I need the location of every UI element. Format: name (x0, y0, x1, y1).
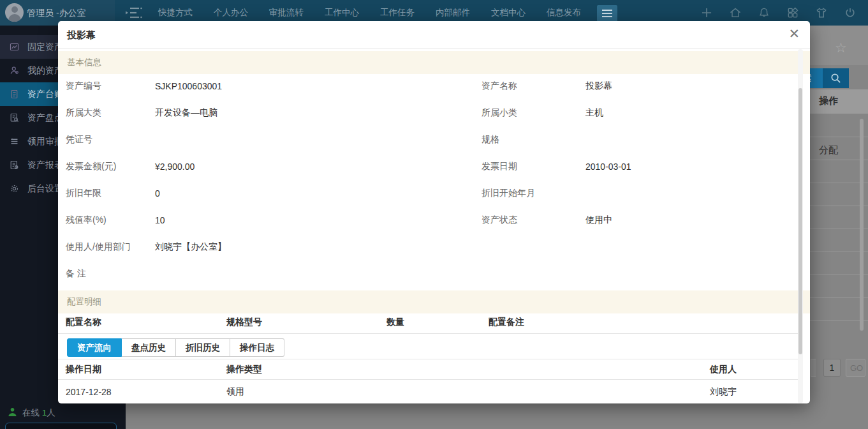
field-row-3: 凭证号规格 (58, 126, 810, 153)
operation-column-header: 操作 (819, 95, 838, 107)
field-value: 0 (155, 188, 160, 199)
field-pair: 所属大类开发设备—电脑 (66, 100, 217, 126)
online-user-icon (8, 407, 17, 419)
chart-icon (9, 41, 20, 52)
section-config-detail: 配置明细 (58, 290, 810, 313)
field-row-5: 折旧年限0折旧开始年月 (58, 180, 810, 207)
user-icon (9, 65, 20, 76)
go-button[interactable]: GO (846, 359, 865, 377)
field-row-7: 使用人/使用部门刘晓宇【办公室】 (58, 234, 810, 260)
flow-cell-2: 领用 (226, 386, 244, 398)
field-label: 规格 (482, 134, 585, 146)
field-label: 发票日期 (482, 161, 585, 172)
avatar[interactable] (5, 3, 24, 22)
flow-col-header-2: 操作类型 (226, 364, 262, 375)
field-label: 资产编号 (66, 80, 155, 92)
asset-detail-modal: 投影幕 ✕ 基本信息 资产编号SJKP100603001资产名称投影幕所属大类开… (58, 21, 810, 403)
basic-info-fields: 资产编号SJKP100603001资产名称投影幕所属大类开发设备—电脑所属小类主… (58, 73, 810, 287)
field-label: 凭证号 (66, 134, 155, 146)
field-pair: 凭证号 (66, 126, 155, 153)
field-value: 2010-03-01 (585, 162, 631, 172)
apps-icon[interactable] (786, 6, 799, 19)
nav-item-3[interactable]: 审批流转 (269, 7, 304, 19)
field-pair: 使用人/使用部门刘晓宇【办公室】 (66, 234, 226, 260)
inventory-icon (9, 112, 20, 123)
field-value: 刘晓宇【办公室】 (155, 241, 226, 253)
nav-item-6[interactable]: 内部邮件 (436, 7, 470, 19)
section-basic-info: 基本信息 (58, 51, 810, 74)
page-number-input[interactable] (823, 359, 841, 377)
modal-scrollbar-thumb[interactable] (798, 88, 802, 354)
field-row-2: 所属大类开发设备—电脑所属小类主机 (58, 100, 810, 126)
approval-icon (9, 136, 20, 147)
field-value: SJKP100603001 (155, 81, 222, 91)
config-col-header-4: 配置备注 (489, 317, 524, 328)
nav-item-4[interactable]: 工作中心 (325, 7, 359, 19)
nav-item-1[interactable]: 快捷方式 (158, 7, 193, 19)
theme-icon[interactable] (815, 6, 828, 19)
tab-1[interactable]: 资产流向 (67, 338, 122, 357)
field-label: 使用人/使用部门 (66, 241, 155, 253)
field-pair: 发票金额(元)¥2,900.00 (66, 153, 195, 180)
field-pair: 所属小类主机 (482, 100, 603, 126)
ledger-icon (9, 89, 20, 100)
field-row-8: 备 注 (58, 260, 810, 287)
page-table-scrollbar[interactable] (860, 119, 864, 331)
nav-item-2[interactable]: 个人办公 (214, 7, 248, 19)
field-value: 10 (155, 215, 165, 225)
more-menu-button[interactable] (597, 5, 617, 22)
report-icon (9, 160, 20, 170)
field-value: ¥2,900.00 (155, 162, 195, 172)
close-icon[interactable]: ✕ (788, 27, 800, 41)
field-row-6: 残值率(%)10资产状态使用中 (58, 207, 810, 234)
page-search-icon-button[interactable] (823, 68, 849, 88)
online-status: 在线 1人 (8, 407, 55, 419)
field-pair: 资产编号SJKP100603001 (66, 73, 222, 100)
plus-icon[interactable] (700, 6, 713, 19)
field-value: 主机 (585, 107, 603, 119)
flow-table-row: 2017-12-28领用刘晓宇 (58, 380, 802, 403)
flow-col-header-3: 使用人 (710, 364, 737, 375)
field-value: 投影幕 (585, 80, 612, 92)
nav-item-7[interactable]: 文档中心 (491, 7, 526, 19)
field-pair: 折旧年限0 (66, 180, 160, 207)
field-pair: 备 注 (66, 260, 155, 287)
field-label: 折旧开始年月 (482, 188, 585, 199)
config-col-header-3: 数量 (386, 317, 404, 328)
field-label: 折旧年限 (66, 188, 155, 199)
field-row-1: 资产编号SJKP100603001资产名称投影幕 (58, 73, 810, 100)
field-pair: 资产名称投影幕 (482, 73, 612, 100)
field-label: 资产状态 (482, 214, 585, 226)
modal-title: 投影幕 (67, 21, 96, 48)
app-root: 管理员 -办公室 快捷方式个人办公审批流转工作中心工作任务内部邮件文档中心信息发… (0, 0, 868, 429)
field-label: 备 注 (66, 268, 155, 280)
tab-2[interactable]: 盘点历史 (122, 338, 176, 357)
nav-item-5[interactable]: 工作任务 (380, 7, 415, 19)
favorite-star-icon[interactable]: ☆ (835, 40, 847, 56)
config-col-header-2: 规格型号 (226, 317, 262, 328)
field-row-4: 发票金额(元)¥2,900.00发票日期2010-03-01 (58, 153, 810, 180)
allocate-link[interactable]: 分配 (819, 144, 838, 156)
field-pair: 残值率(%)10 (66, 207, 165, 234)
home-icon[interactable] (729, 6, 742, 19)
collapse-menu-icon[interactable] (125, 5, 143, 20)
field-pair: 资产状态使用中 (482, 207, 612, 234)
config-col-header-1: 配置名称 (66, 317, 101, 328)
pagination-edge-button[interactable] (811, 359, 816, 377)
field-pair: 发票日期2010-03-01 (482, 153, 631, 180)
config-table-header: 配置名称规格型号数量配置备注 (58, 312, 802, 334)
flow-cell-1: 2017-12-28 (66, 387, 112, 397)
power-icon[interactable] (844, 6, 857, 19)
divider (58, 48, 810, 49)
sidebar-search-input[interactable] (5, 423, 117, 429)
field-label: 发票金额(元) (66, 161, 155, 172)
field-pair: 折旧开始年月 (482, 180, 585, 207)
detail-tabs: 资产流向盘点历史折旧历史操作日志 (67, 338, 284, 357)
field-label: 残值率(%) (66, 214, 155, 226)
bell-icon[interactable] (758, 6, 770, 19)
flow-col-header-1: 操作日期 (66, 364, 101, 375)
tab-4[interactable]: 操作日志 (230, 338, 284, 357)
tab-3[interactable]: 折旧历史 (176, 338, 230, 357)
nav-item-8[interactable]: 信息发布 (547, 7, 581, 19)
field-value: 使用中 (585, 214, 612, 226)
